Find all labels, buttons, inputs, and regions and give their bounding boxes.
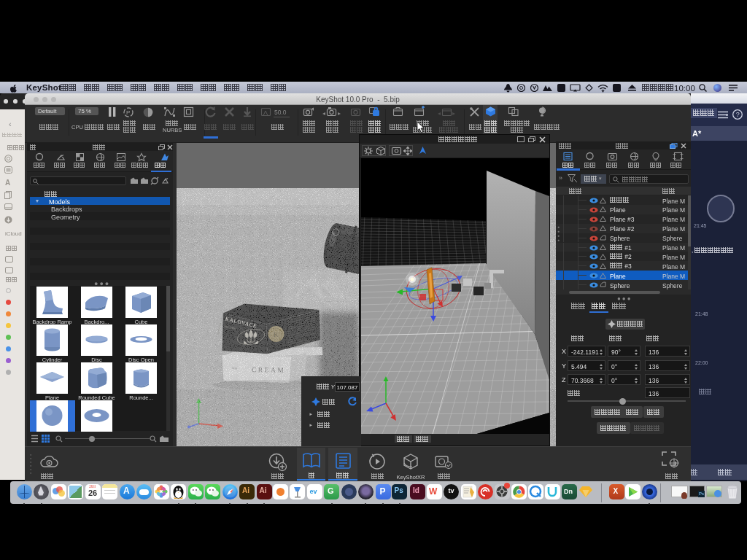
svg-text:50g: 50g bbox=[232, 366, 237, 370]
svg-text:P: P bbox=[126, 109, 130, 116]
svg-text:?: ? bbox=[736, 111, 740, 118]
svg-text:K: K bbox=[274, 331, 279, 338]
svg-text:KALOVACE: KALOVACE bbox=[216, 323, 222, 335]
svg-text:CREAM: CREAM bbox=[251, 366, 285, 374]
